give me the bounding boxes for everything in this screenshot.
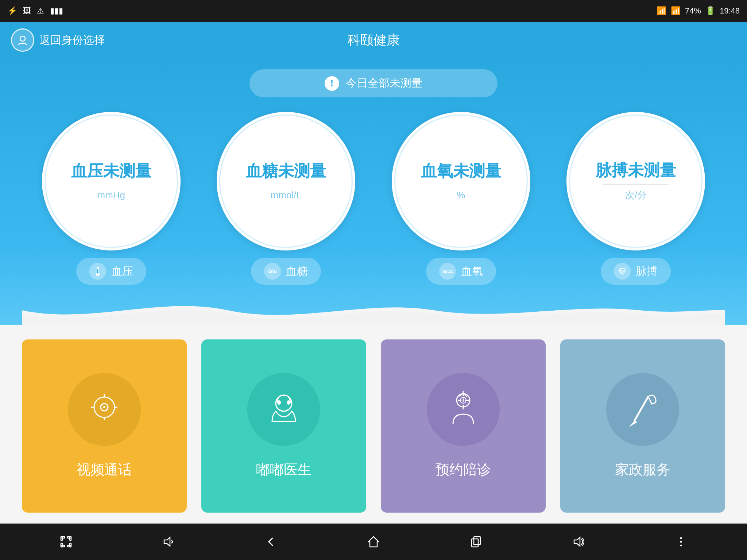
- back-avatar-icon: [11, 28, 34, 52]
- battery-icon: 🔋: [705, 6, 715, 16]
- pulse-value: 脉搏未测量: [596, 161, 676, 180]
- appointment-label: 预约陪诊: [436, 460, 491, 479]
- divider: [253, 185, 319, 185]
- pulse-unit: 次/分: [625, 189, 647, 202]
- divider: [78, 185, 144, 185]
- svg-point-37: [680, 537, 682, 539]
- metric-blood-oxygen[interactable]: 血氧未测量 % SpO2 血氧: [392, 112, 530, 292]
- more-menu-icon[interactable]: [670, 531, 692, 553]
- usb-icon: ⚡: [7, 6, 17, 16]
- blood-sugar-circle: 血糖未测量 mmol/L: [217, 112, 355, 250]
- svg-point-38: [680, 541, 682, 543]
- alert-banner: ! 今日全部未测量: [249, 69, 498, 97]
- blue-section: ! 今日全部未测量 血压未测量 mmHg: [0, 58, 747, 325]
- spo2-icon: SpO2: [439, 263, 456, 280]
- image-icon: 🖼: [23, 6, 31, 16]
- svg-marker-33: [368, 537, 379, 547]
- alert-text: 今日全部未测量: [346, 76, 422, 91]
- metric-pulse[interactable]: 脉搏未测量 次/分 脉搏: [566, 112, 705, 292]
- blood-oxygen-unit: %: [457, 190, 465, 201]
- svg-marker-36: [574, 537, 580, 546]
- card-video-call[interactable]: 视频通话: [22, 339, 187, 513]
- doctor-icon-bg: [247, 373, 320, 446]
- blood-sugar-pill: Glu 血糖: [251, 258, 321, 285]
- home-nav-icon[interactable]: [363, 531, 384, 553]
- volume-down-icon[interactable]: [158, 531, 179, 553]
- nav-title: 科颐健康: [347, 31, 400, 49]
- glucose-icon: Glu: [264, 263, 281, 280]
- bottom-nav-bar: [0, 524, 747, 560]
- divider: [603, 184, 669, 184]
- status-bar-left: ⚡ 🖼 ⚠ ▮▮▮: [7, 6, 63, 16]
- metric-blood-sugar[interactable]: 血糖未测量 mmol/L Glu 血糖: [217, 112, 355, 292]
- svg-point-39: [680, 545, 682, 547]
- card-home-service[interactable]: 家政服务: [560, 339, 725, 513]
- bottom-section: 视频通话 嘟嘟医生: [0, 325, 747, 524]
- svg-point-12: [277, 400, 281, 405]
- doctor-label: 嘟嘟医生: [256, 460, 311, 479]
- svg-rect-35: [474, 537, 480, 545]
- battery-percent: 74%: [685, 6, 701, 16]
- clock: 19:48: [720, 6, 740, 16]
- blood-pressure-value: 血压未测量: [71, 162, 151, 181]
- heartbeat-icon: [614, 263, 631, 280]
- pulse-circle: 脉搏未测量 次/分: [566, 112, 705, 250]
- back-label: 返回身份选择: [39, 33, 105, 48]
- blood-pressure-circle: 血压未测量 mmHg: [42, 112, 181, 250]
- svg-point-6: [103, 406, 105, 408]
- card-doctor[interactable]: 嘟嘟医生: [201, 339, 366, 513]
- svg-marker-30: [164, 537, 170, 546]
- blood-sugar-value: 血糖未测量: [246, 162, 326, 181]
- home-service-icon-bg: [606, 373, 679, 446]
- volume-up-icon[interactable]: [568, 531, 589, 553]
- wifi-icon: 📶: [657, 6, 666, 16]
- top-nav: 返回身份选择 科颐健康: [0, 22, 747, 58]
- divider: [428, 185, 494, 185]
- blood-pressure-label: 血压: [111, 264, 133, 279]
- card-appointment[interactable]: 预约陪诊: [381, 339, 546, 513]
- metrics-row: 血压未测量 mmHg 血压: [22, 112, 725, 292]
- blood-sugar-label: 血糖: [286, 264, 308, 279]
- screenshot-icon[interactable]: [55, 531, 77, 553]
- blood-sugar-unit: mmol/L: [271, 190, 302, 201]
- svg-point-13: [287, 400, 290, 405]
- back-nav-icon[interactable]: [260, 531, 282, 553]
- recents-nav-icon[interactable]: [465, 531, 487, 553]
- warning-icon: ⚠: [37, 6, 44, 16]
- signal-icon: 📶: [671, 6, 681, 16]
- svg-point-0: [20, 36, 25, 41]
- svg-rect-3: [97, 269, 98, 273]
- appointment-icon-bg: [427, 373, 500, 446]
- svg-line-32: [171, 542, 173, 543]
- wave-separator: [22, 296, 725, 325]
- status-bar: ⚡ 🖼 ⚠ ▮▮▮ 📶 📶 74% 🔋 19:48: [0, 0, 747, 22]
- pulse-pill: 脉搏: [601, 258, 671, 285]
- signal-bars-icon: ▮▮▮: [50, 6, 63, 16]
- status-bar-right: 📶 📶 74% 🔋 19:48: [657, 6, 740, 16]
- blood-pressure-unit: mmHg: [97, 190, 125, 201]
- blood-oxygen-pill: SpO2 血氧: [426, 258, 496, 285]
- blood-oxygen-value: 血氧未测量: [421, 162, 501, 181]
- video-call-label: 视频通话: [77, 460, 132, 479]
- thermometer-icon: [89, 263, 106, 280]
- home-service-label: 家政服务: [615, 460, 670, 479]
- blood-oxygen-circle: 血氧未测量 %: [392, 112, 530, 250]
- video-call-icon-bg: [68, 373, 141, 446]
- pulse-label: 脉搏: [636, 264, 658, 279]
- alert-exclamation-icon: !: [325, 76, 339, 91]
- blood-pressure-pill: 血压: [76, 258, 146, 285]
- metric-blood-pressure[interactable]: 血压未测量 mmHg 血压: [42, 112, 181, 292]
- svg-line-21: [635, 397, 648, 420]
- svg-rect-34: [472, 539, 478, 547]
- blood-oxygen-label: 血氧: [461, 264, 483, 279]
- back-button[interactable]: 返回身份选择: [11, 28, 105, 52]
